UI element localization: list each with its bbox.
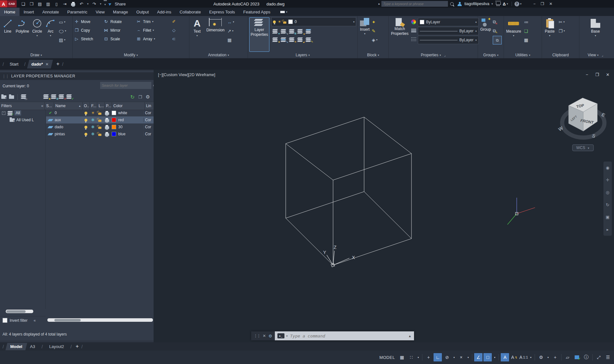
layer-unlock-tool[interactable]: 🔓︎ xyxy=(297,37,304,43)
graphics-performance-button[interactable] xyxy=(573,353,581,361)
redo-button[interactable]: ↷ xyxy=(91,1,98,7)
isometric-drafting-toggle[interactable]: × xyxy=(457,353,465,361)
panel-label-view[interactable]: View▾⌟ xyxy=(579,52,611,58)
lpm-title-bar[interactable]: ⋮⋮ LAYER PROPER​TIES MANAGER xyxy=(0,72,154,80)
measure-dropdown[interactable]: ▾ xyxy=(513,34,514,37)
ribbon-tab-featured-apps[interactable]: Featured Apps xyxy=(239,8,275,16)
linetype-cell[interactable]: Cor xyxy=(143,132,154,136)
window-minimize-button[interactable]: − xyxy=(533,2,536,6)
hatch-tool-icon[interactable]: ▨ xyxy=(59,37,63,43)
window-close-button[interactable]: ✕ xyxy=(549,2,552,6)
file-tab-dado[interactable]: dado* ✕ xyxy=(27,60,53,68)
plot-icon[interactable] xyxy=(103,111,110,115)
layer-row-0[interactable]: ✔ 0 ☀ white Cor xyxy=(46,109,154,116)
match-properties-button[interactable]: Match Properties xyxy=(390,17,410,52)
layer-row-dado[interactable]: dado ✻ 30 Cor xyxy=(46,123,154,131)
paste-button[interactable]: Paste ▾ xyxy=(543,17,556,52)
hatch-dropdown[interactable]: ▾ xyxy=(64,38,65,41)
on-icon[interactable] xyxy=(82,126,89,129)
array-button[interactable]: ⊞Array▾ xyxy=(136,35,171,43)
freeze-icon[interactable]: ✻ xyxy=(89,132,96,136)
tab-model[interactable]: Model xyxy=(5,343,27,350)
layer-unisolate-tool[interactable]: ➘ xyxy=(280,37,287,43)
erase-button[interactable]: ✐ xyxy=(171,17,182,26)
linetype-dropdown[interactable]: ByLayer ▾ xyxy=(418,36,479,44)
ungroup-icon[interactable]: ⧉✕ xyxy=(493,19,496,25)
column-name[interactable]: Name ▲ xyxy=(54,102,83,110)
drawing-viewport[interactable]: [−][Custom View][2D Wireframe] − ❐ ✕ xyxy=(154,70,614,342)
ribbon-tab-addins[interactable]: Add-ins xyxy=(153,8,175,16)
layer-row-pintas[interactable]: pintas ✻ blue Cor xyxy=(46,131,154,138)
refresh-button[interactable]: ↻ xyxy=(129,93,136,100)
column-on[interactable]: O.. xyxy=(83,102,90,110)
new-layout-button[interactable]: + xyxy=(76,343,79,350)
layer-lock-tool[interactable]: 🔒︎ xyxy=(297,29,304,35)
panel-label-draw[interactable]: Draw▾ xyxy=(0,52,72,58)
ellipse-tool-icon[interactable]: ◯ xyxy=(59,29,64,33)
ribbon-tab-express-tools[interactable]: Express Tools xyxy=(205,8,239,16)
layer-thaw-tool[interactable]: ☀ xyxy=(289,37,296,43)
tab-a3[interactable]: A3 xyxy=(26,343,39,350)
panel-label-annotation[interactable]: Annotation▾ xyxy=(189,52,248,58)
command-grip[interactable]: ⋮⋮ ✕ ⚙ xyxy=(251,331,275,340)
layer-isolate-tool[interactable]: ➘ xyxy=(280,29,287,35)
cut-icon[interactable]: ✂ xyxy=(559,20,562,25)
annotation-scale-button[interactable]: A1:1 xyxy=(519,353,528,361)
autodesk-logo-icon[interactable]: Δ xyxy=(503,2,506,6)
full-navigation-wheel-icon[interactable]: ◉ xyxy=(606,165,609,170)
layer-list-scrollbar[interactable] xyxy=(47,318,153,322)
ribbon-tab-parametric[interactable]: Parametric xyxy=(63,8,92,16)
command-close-icon[interactable]: ✕ xyxy=(263,334,266,338)
command-input[interactable] xyxy=(290,333,406,339)
search-icon[interactable] xyxy=(448,2,456,6)
cut-dropdown[interactable]: ▾ xyxy=(563,20,565,23)
tab-layout2[interactable]: Layout2 xyxy=(45,343,68,350)
column-status[interactable]: S... xyxy=(45,102,54,110)
group-edit-icon[interactable]: ⧉✎ xyxy=(493,28,496,34)
ribbon-tab-collaborate[interactable]: Collaborate xyxy=(175,8,205,16)
panel-label-modify[interactable]: Modify▾ xyxy=(73,52,189,58)
lpm-grip-icon[interactable]: ⋮⋮ xyxy=(2,74,9,79)
polar-dropdown[interactable]: ▾ xyxy=(452,353,456,361)
panel-label-properties[interactable]: Properties▾⌟ xyxy=(389,52,478,58)
collapse-pane-icon[interactable]: « xyxy=(34,318,36,323)
copy-clip-dropdown[interactable]: ▾ xyxy=(564,29,565,32)
plot-icon[interactable] xyxy=(70,1,77,7)
zoom-icon[interactable]: ◎ xyxy=(606,190,609,195)
dynamic-input-toggle[interactable]: + xyxy=(424,353,433,361)
search-input[interactable] xyxy=(381,1,448,7)
explode-button[interactable]: ◇ xyxy=(171,26,182,35)
color-swatch[interactable] xyxy=(110,132,117,136)
object-snap-tracking-toggle[interactable]: ∠ xyxy=(474,353,482,361)
share-button[interactable]: Share xyxy=(115,2,126,6)
base-button[interactable]: Base ▾ xyxy=(589,17,602,52)
new-file-icon[interactable]: ❏ xyxy=(20,1,27,7)
ribbon-tab-annotate[interactable]: Annotate xyxy=(38,8,63,16)
panel-label-utilities[interactable]: Utilities▾ xyxy=(504,52,542,58)
layer-dropdown-caret[interactable]: ▾ xyxy=(353,20,355,23)
customization-menu-button[interactable]: ☰ xyxy=(604,353,612,361)
ortho-mode-toggle[interactable]: ∟ xyxy=(434,353,442,361)
dimension-button[interactable]: ✹ Dimension xyxy=(205,17,226,52)
window-restore-button[interactable]: ❐ xyxy=(541,2,544,6)
file-tab-start[interactable]: Start xyxy=(6,60,21,68)
snap-dropdown[interactable]: ▾ xyxy=(416,353,420,361)
object-color-dropdown[interactable]: ByLayer ▾ xyxy=(418,18,479,26)
move-button[interactable]: ✛Move xyxy=(74,17,103,26)
redo-dropdown[interactable]: ▾ xyxy=(99,1,102,7)
column-plot[interactable]: P... xyxy=(105,102,112,110)
command-wrench-icon[interactable]: ⚙ xyxy=(268,334,272,338)
search-expand-icon[interactable]: ▸ xyxy=(379,2,380,5)
ribbon-tab-insert[interactable]: Insert xyxy=(20,8,38,16)
layer-search-box[interactable] xyxy=(100,82,151,89)
insert-dropdown[interactable]: ▾ xyxy=(364,32,365,35)
orbit-icon[interactable]: ↻ xyxy=(606,202,610,207)
fillet-button[interactable]: ⌢Fillet▾ xyxy=(136,26,171,35)
qat-customize-dropdown[interactable]: ▾ xyxy=(104,0,107,8)
gear-dropdown[interactable]: ▾ xyxy=(546,353,550,361)
new-drawing-tab-button[interactable]: + xyxy=(56,61,60,67)
filter-all[interactable]: − ✔ All xyxy=(0,109,45,116)
text-dropdown[interactable]: ▾ xyxy=(196,34,198,37)
collapse-filters-icon[interactable]: « xyxy=(41,104,44,108)
on-icon[interactable] xyxy=(82,133,89,136)
